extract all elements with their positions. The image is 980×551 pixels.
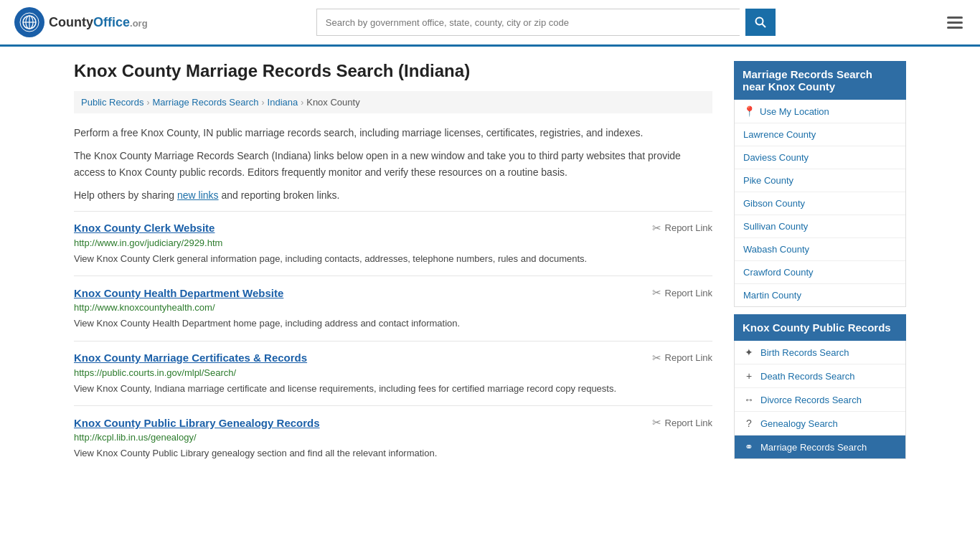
search-input[interactable] (316, 9, 740, 36)
intro-paragraph-3: Help others by sharing new links and rep… (74, 187, 712, 203)
logo[interactable]: CountyOffice.org (14, 7, 148, 37)
sidebar-public-record-item[interactable]: ⚭ Marriage Records Search (735, 435, 905, 458)
county-link[interactable]: Daviess County (743, 152, 809, 163)
record-description: View Knox County Public Library genealog… (74, 446, 712, 461)
page-title: Knox County Marriage Records Search (Ind… (74, 61, 712, 81)
record-url[interactable]: http://www.in.gov/judiciary/2929.htm (74, 237, 712, 248)
search-button[interactable] (745, 9, 776, 36)
breadcrumb-sep: › (262, 98, 265, 108)
report-link-button[interactable]: ✂ Report Link (652, 416, 712, 429)
record-type-icon: ? (743, 418, 755, 429)
use-location-link[interactable]: Use My Location (760, 106, 829, 117)
records-list: Knox County Clerk Website ✂ Report Link … (74, 211, 712, 471)
report-icon: ✂ (652, 286, 661, 299)
sidebar-item-county: Gibson County (735, 192, 905, 215)
sidebar-use-location[interactable]: 📍 Use My Location (735, 100, 905, 123)
search-area (316, 9, 776, 36)
new-links-link[interactable]: new links (177, 189, 219, 201)
record-item: Knox County Public Library Genealogy Rec… (74, 405, 712, 471)
report-link-button[interactable]: ✂ Report Link (652, 286, 712, 299)
content-area: Knox County Marriage Records Search (Ind… (74, 61, 712, 471)
sidebar-public-records-title: Knox County Public Records (734, 314, 906, 341)
report-label: Report Link (665, 352, 712, 363)
sidebar-nearby-title: Marriage Records Search near Knox County (734, 61, 906, 100)
record-type-icon: ⚭ (743, 441, 755, 453)
location-icon: 📍 (743, 105, 755, 117)
record-description: View Knox County Clerk general informati… (74, 252, 712, 266)
report-icon: ✂ (652, 352, 661, 364)
search-icon (755, 17, 766, 28)
logo-icon (14, 7, 44, 37)
intro-paragraph-1: Perform a free Knox County, IN public ma… (74, 125, 712, 141)
sidebar-nearby-counties: Lawrence CountyDaviess CountyPike County… (735, 123, 905, 306)
report-link-button[interactable]: ✂ Report Link (652, 352, 712, 364)
county-link[interactable]: Lawrence County (743, 129, 816, 140)
sidebar-item-county: Sullivan County (735, 215, 905, 238)
record-item-header: Knox County Public Library Genealogy Rec… (74, 416, 712, 429)
record-type-icon: ✦ (743, 347, 755, 358)
record-description: View Knox County, Indiana marriage certi… (74, 382, 712, 396)
sidebar-public-records-list: ✦ Birth Records Search + Death Records S… (734, 341, 906, 459)
intro-prefix: Help others by sharing (74, 189, 177, 201)
record-title-link[interactable]: Knox County Health Department Website (74, 287, 283, 299)
record-type-icon: ↔ (743, 394, 755, 405)
county-link[interactable]: Crawford County (743, 267, 814, 278)
menu-line (947, 27, 963, 29)
report-icon: ✂ (652, 416, 661, 429)
record-item-header: Knox County Marriage Certificates & Reco… (74, 352, 712, 364)
report-icon: ✂ (652, 222, 661, 235)
record-item: Knox County Health Department Website ✂ … (74, 276, 712, 341)
record-item-header: Knox County Health Department Website ✂ … (74, 286, 712, 299)
record-type-icon: + (743, 370, 755, 382)
breadcrumb-indiana[interactable]: Indiana (268, 97, 298, 108)
record-title-link[interactable]: Knox County Public Library Genealogy Rec… (74, 417, 320, 429)
sidebar-item-county: Wabash County (735, 238, 905, 261)
svg-point-5 (755, 18, 763, 25)
sidebar-nearby-section: Marriage Records Search near Knox County… (734, 61, 906, 307)
sidebar-public-record-item[interactable]: ? Genealogy Search (735, 412, 905, 435)
menu-line (947, 17, 963, 19)
sidebar-item-county: Crawford County (735, 261, 905, 284)
breadcrumb-marriage-records[interactable]: Marriage Records Search (152, 97, 258, 108)
sidebar-public-records-section: Knox County Public Records ✦ Birth Recor… (734, 314, 906, 459)
sidebar-public-record-item[interactable]: ↔ Divorce Records Search (735, 388, 905, 412)
public-record-link[interactable]: Birth Records Search (760, 347, 849, 358)
county-link[interactable]: Martin County (743, 290, 801, 301)
county-link[interactable]: Sullivan County (743, 221, 808, 232)
breadcrumb-sep: › (301, 98, 303, 108)
county-link[interactable]: Pike County (743, 175, 793, 186)
breadcrumb-sep: › (146, 98, 149, 108)
menu-button[interactable] (944, 14, 966, 32)
county-link[interactable]: Gibson County (743, 198, 805, 209)
intro-suffix: and reporting broken links. (219, 189, 340, 201)
sidebar-public-record-item[interactable]: + Death Records Search (735, 364, 905, 388)
record-title-link[interactable]: Knox County Marriage Certificates & Reco… (74, 352, 307, 364)
county-link[interactable]: Wabash County (743, 244, 809, 255)
sidebar-item-county: Pike County (735, 169, 905, 192)
breadcrumb: Public Records › Marriage Records Search… (74, 91, 712, 113)
svg-line-6 (762, 24, 765, 28)
record-item: Knox County Marriage Certificates & Reco… (74, 341, 712, 406)
report-label: Report Link (665, 288, 712, 298)
site-header: CountyOffice.org (0, 0, 980, 47)
sidebar-item-county: Martin County (735, 284, 905, 306)
public-record-link[interactable]: Genealogy Search (760, 418, 838, 429)
record-item: Knox County Clerk Website ✂ Report Link … (74, 211, 712, 276)
intro-paragraph-2: The Knox County Marriage Records Search … (74, 148, 712, 180)
record-url[interactable]: https://public.courts.in.gov/mlpl/Search… (74, 367, 712, 378)
menu-line (947, 22, 963, 24)
record-title-link[interactable]: Knox County Clerk Website (74, 222, 215, 234)
report-link-button[interactable]: ✂ Report Link (652, 222, 712, 235)
public-record-link[interactable]: Divorce Records Search (760, 395, 862, 405)
sidebar: Marriage Records Search near Knox County… (734, 61, 906, 471)
breadcrumb-public-records[interactable]: Public Records (81, 97, 143, 108)
record-url[interactable]: http://kcpl.lib.in.us/genealogy/ (74, 432, 712, 443)
sidebar-public-record-item[interactable]: ✦ Birth Records Search (735, 341, 905, 364)
public-record-link[interactable]: Marriage Records Search (760, 442, 867, 453)
public-record-link[interactable]: Death Records Search (760, 371, 855, 382)
record-url[interactable]: http://www.knoxcountyhealth.com/ (74, 302, 712, 313)
sidebar-nearby-list: 📍 Use My Location Lawrence CountyDaviess… (734, 100, 906, 307)
sidebar-item-county: Daviess County (735, 146, 905, 169)
record-description: View Knox County Health Department home … (74, 316, 712, 331)
report-label: Report Link (665, 222, 712, 233)
